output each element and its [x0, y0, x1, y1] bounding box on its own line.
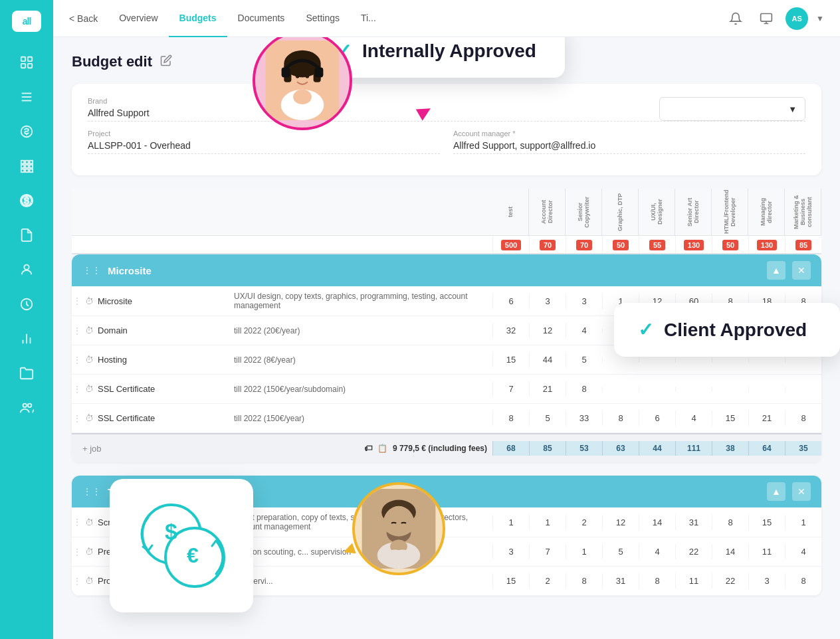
clock-icon: ⏱: [85, 517, 94, 527]
sidebar-icon-list[interactable]: [12, 82, 41, 112]
tab-ti[interactable]: Ti...: [350, 0, 387, 37]
sidebar-icon-grid[interactable]: [12, 151, 41, 181]
sidebar-icon-documents[interactable]: [12, 221, 41, 250]
row-drag-4[interactable]: ⋮: [72, 414, 82, 423]
app-logo[interactable]: all: [12, 11, 41, 32]
col-header-drag: [72, 189, 82, 235]
row-num-tv-2-0: 15: [492, 573, 529, 589]
sidebar-icon-dashboard[interactable]: [12, 48, 41, 77]
project-label: Project: [88, 130, 440, 137]
add-job-button[interactable]: + job: [72, 444, 229, 454]
col-header-senior-art: Senior Art Director: [675, 189, 712, 235]
rate-num-4: 55: [639, 236, 675, 253]
notification-icon[interactable]: [724, 7, 747, 30]
row-num-2-0: 15: [492, 352, 529, 367]
row-num-tv-1-8: 4: [785, 544, 821, 559]
row-num-tv-0-0: 1: [492, 515, 529, 530]
table-row: ⋮ ⏱SSL Certificate till 2022 (150€/year/…: [72, 375, 821, 404]
internally-approved-text: Internally Approved: [362, 41, 536, 62]
row-num-tv-0-7: 15: [748, 515, 785, 530]
tab-documents[interactable]: Documents: [227, 0, 296, 37]
row-name-0: ⏱Microsite: [82, 291, 229, 312]
column-headers: test Account Director Senior Copywriter …: [72, 189, 821, 236]
sidebar-icon-files[interactable]: [12, 359, 41, 388]
user-avatar[interactable]: AS: [786, 7, 808, 30]
row-drag-tv-2[interactable]: ⋮: [72, 577, 82, 586]
copy-icon: 📋: [377, 444, 387, 453]
tab-budgets[interactable]: Budgets: [169, 0, 227, 37]
client-check-icon: ✓: [638, 319, 653, 341]
clock-icon: ⏱: [85, 384, 94, 394]
row-num-tv-0-4: 14: [639, 515, 675, 530]
footer-num-1: 85: [529, 441, 566, 456]
svg-point-29: [296, 74, 300, 78]
row-desc-3: till 2022 (150€/year/subdomain): [229, 379, 492, 399]
drag-handle-tv[interactable]: ⋮⋮: [82, 486, 101, 497]
status-select[interactable]: ▼: [659, 97, 805, 121]
tab-overview[interactable]: Overview: [108, 0, 168, 37]
microsite-close-btn[interactable]: ✕: [792, 261, 811, 280]
row-num-tv-2-4: 8: [639, 573, 675, 589]
row-num-2-3: [602, 357, 639, 363]
edit-icon[interactable]: [160, 54, 172, 69]
row-num-3-4: [639, 387, 675, 392]
row-drag-tv-0[interactable]: ⋮: [72, 517, 82, 527]
row-num-0-2: 3: [566, 294, 602, 309]
tv-collapse-btn[interactable]: ▲: [767, 482, 786, 501]
nav-right: AS ▼: [724, 7, 824, 30]
drag-handle-microsite[interactable]: ⋮⋮: [82, 265, 101, 276]
avatar-man: [352, 482, 445, 575]
row-num-4-2: 33: [566, 411, 602, 426]
row-desc-1: till 2022 (20€/year): [229, 321, 492, 341]
row-desc-4: till 2022 (150€/year): [229, 409, 492, 428]
sidebar-icon-budget[interactable]: [12, 186, 41, 215]
footer-total: 🏷 📋 9 779,5 € (including fees): [229, 438, 492, 458]
row-drag-1[interactable]: ⋮: [72, 326, 82, 335]
col-header-graphic-dtp: Graphic, DTP: [602, 189, 639, 235]
sidebar-icon-time[interactable]: [12, 290, 41, 319]
svg-text:€: €: [187, 543, 199, 567]
form-row-project: Project ALLSPP-001 - Overhead Account ma…: [88, 130, 805, 154]
col-header-uxui: UX/UI, Designer: [639, 189, 675, 235]
footer-num-8: 35: [785, 441, 821, 456]
row-num-tv-1-4: 4: [639, 544, 675, 559]
clock-icon: ⏱: [85, 413, 94, 423]
svg-rect-8: [21, 161, 25, 164]
svg-rect-21: [761, 13, 772, 21]
microsite-collapse-btn[interactable]: ▲: [767, 261, 786, 280]
row-num-1-2: 4: [566, 323, 602, 338]
row-drag-2[interactable]: ⋮: [72, 355, 82, 365]
row-drag-tv-1[interactable]: ⋮: [72, 547, 82, 557]
content-area: Budget edit Brand Allfred Support Projec…: [53, 37, 840, 639]
sidebar-icon-finance[interactable]: [12, 117, 41, 146]
back-button[interactable]: < Back: [69, 13, 98, 24]
col-header-managing: Managing director: [748, 189, 785, 235]
clock-icon: ⏱: [85, 325, 94, 335]
sidebar-icon-reports[interactable]: [12, 324, 41, 353]
monitor-icon[interactable]: [755, 7, 778, 30]
tab-settings[interactable]: Settings: [295, 0, 350, 37]
footer-num-6: 38: [712, 441, 748, 456]
row-drag-0[interactable]: ⋮: [72, 296, 82, 306]
table-row: ⋮ ⏱SSL Certificate till 2022 (150€/year)…: [72, 404, 821, 433]
account-manager-value: Allfred Support, support@allfred.io: [453, 140, 805, 154]
svg-rect-2: [21, 64, 25, 68]
svg-rect-12: [25, 165, 29, 168]
row-num-tv-0-5: 31: [675, 515, 712, 530]
row-num-4-4: 6: [639, 411, 675, 426]
row-drag-3[interactable]: ⋮: [72, 385, 82, 394]
row-num-tv-0-2: 2: [566, 515, 602, 530]
sidebar-icon-profile[interactable]: [12, 255, 41, 284]
chevron-down-icon[interactable]: ▼: [816, 14, 824, 23]
row-num-tv-0-6: 8: [712, 515, 748, 530]
row-num-3-2: 8: [566, 381, 602, 397]
svg-rect-14: [21, 169, 25, 173]
select-chevron: ▼: [788, 104, 797, 114]
svg-rect-0: [21, 57, 25, 61]
form-card: Brand Allfred Support Project ALLSPP-001…: [72, 84, 821, 175]
footer-num-4: 44: [639, 441, 675, 456]
account-manager-field: Account manager * Allfred Support, suppo…: [453, 130, 805, 154]
tv-close-btn[interactable]: ✕: [792, 482, 811, 501]
svg-point-30: [306, 74, 310, 78]
sidebar-icon-team[interactable]: [12, 393, 41, 422]
